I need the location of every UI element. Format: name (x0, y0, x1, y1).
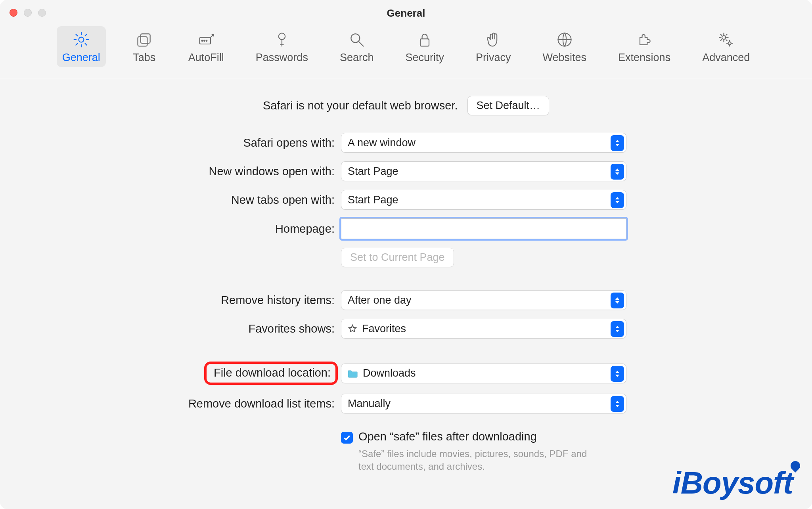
toolbar-label: General (62, 52, 100, 64)
svg-rect-2 (138, 37, 147, 46)
popup-value: Downloads (363, 367, 416, 379)
star-icon (348, 324, 357, 333)
toolbar-label: Extensions (618, 52, 670, 64)
homepage-input[interactable] (341, 218, 626, 239)
content: Safari is not your default web browser. … (0, 79, 812, 473)
search-icon (347, 30, 366, 49)
new-tabs-label: New tabs open with: (0, 193, 341, 207)
open-safe-label: Open “safe” files after downloading (358, 430, 537, 443)
svg-point-7 (279, 33, 285, 40)
toolbar-search[interactable]: Search (334, 26, 379, 67)
popup-value: Start Page (348, 165, 398, 178)
highlight-box: File download location: (204, 362, 338, 385)
toolbar-label: Search (340, 52, 374, 64)
svg-rect-9 (420, 39, 429, 46)
default-browser-message: Safari is not your default web browser. (263, 99, 458, 112)
toolbar-security[interactable]: Security (400, 26, 450, 67)
svg-point-11 (722, 36, 726, 39)
download-list-popup[interactable]: Manually (341, 394, 626, 413)
new-tabs-popup[interactable]: Start Page (341, 190, 626, 210)
download-list-label: Remove download list items: (0, 397, 341, 410)
toolbar-label: Websites (543, 52, 587, 64)
svg-point-12 (728, 42, 731, 45)
pref-toolbar: General Tabs AutoFill Passwords (0, 26, 812, 67)
toolbar-label: Advanced (702, 52, 750, 64)
set-default-button[interactable]: Set Default… (467, 96, 550, 115)
svg-rect-1 (141, 34, 150, 43)
window-title: General (0, 7, 812, 19)
download-location-label: File download location: (214, 366, 331, 379)
popup-value: A new window (348, 137, 416, 149)
popup-value: Start Page (348, 194, 398, 206)
chevron-updown-icon (611, 321, 624, 337)
toolbar-label: Tabs (133, 52, 155, 64)
folder-icon (348, 369, 358, 378)
toolbar-advanced[interactable]: Advanced (697, 26, 755, 67)
titlebar: General General Tabs AutoFill (0, 0, 812, 79)
history-remove-popup[interactable]: After one day (341, 290, 626, 310)
open-safe-help: “Safe” files include movies, pictures, s… (358, 448, 604, 473)
watermark: iBoysoft (672, 461, 800, 501)
new-windows-label: New windows open with: (0, 165, 341, 178)
popup-value: Favorites (362, 323, 406, 335)
toolbar-autofill[interactable]: AutoFill (183, 26, 230, 67)
toolbar-websites[interactable]: Websites (537, 26, 592, 67)
toolbar-label: AutoFill (188, 52, 224, 64)
homepage-label: Homepage: (0, 222, 341, 235)
favorites-popup[interactable]: Favorites (341, 319, 626, 339)
gears-icon (716, 30, 735, 49)
toolbar-extensions[interactable]: Extensions (613, 26, 676, 67)
toolbar-general[interactable]: General (57, 26, 106, 67)
chevron-updown-icon (611, 192, 624, 208)
toolbar-label: Security (405, 52, 444, 64)
hand-icon (484, 30, 503, 49)
open-safe-checkbox[interactable] (341, 432, 353, 444)
toolbar-privacy[interactable]: Privacy (470, 26, 517, 67)
key-icon (272, 30, 291, 49)
svg-point-4 (201, 40, 203, 41)
chevron-updown-icon (611, 366, 624, 382)
svg-point-8 (351, 34, 360, 42)
chevron-updown-icon (611, 164, 624, 180)
svg-point-5 (204, 40, 205, 41)
lock-icon (415, 30, 434, 49)
set-current-page-button[interactable]: Set to Current Page (341, 248, 454, 267)
svg-point-0 (79, 37, 84, 42)
chevron-updown-icon (611, 396, 624, 412)
favorites-label: Favorites shows: (0, 322, 341, 335)
chevron-updown-icon (611, 293, 624, 308)
popup-value: Manually (348, 398, 391, 410)
opens-with-popup[interactable]: A new window (341, 133, 626, 153)
download-location-popup[interactable]: Downloads (341, 364, 626, 383)
toolbar-passwords[interactable]: Passwords (250, 26, 314, 67)
toolbar-label: Passwords (256, 52, 308, 64)
popup-value: After one day (348, 294, 412, 306)
toolbar-tabs[interactable]: Tabs (126, 26, 162, 67)
globe-icon (555, 30, 574, 49)
preferences-window: General General Tabs AutoFill (0, 0, 812, 509)
tabs-icon (135, 30, 154, 49)
svg-point-6 (206, 40, 207, 41)
new-windows-popup[interactable]: Start Page (341, 161, 626, 181)
autofill-icon (197, 30, 216, 49)
history-remove-label: Remove history items: (0, 294, 341, 307)
chevron-updown-icon (611, 135, 624, 151)
gear-icon (72, 30, 91, 49)
opens-with-label: Safari opens with: (0, 136, 341, 149)
toolbar-label: Privacy (476, 52, 511, 64)
puzzle-icon (635, 30, 654, 49)
